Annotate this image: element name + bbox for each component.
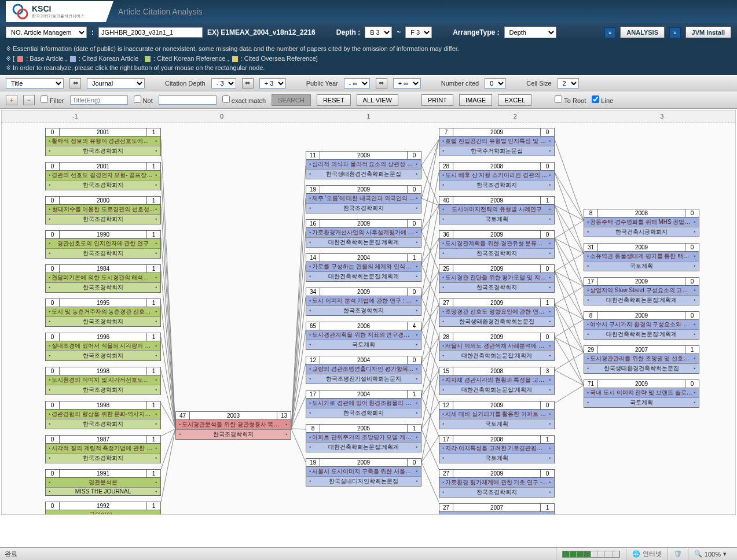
collapse-dot-icon[interactable]: ▪ (155, 182, 158, 187)
not-checkbox[interactable] (134, 95, 141, 103)
collapse-dot-icon[interactable]: ▪ (415, 332, 419, 337)
arrange-type-select[interactable]: Depth (504, 27, 556, 38)
article-id-input[interactable] (98, 27, 203, 38)
exact-checkbox-wrap[interactable]: exact match (222, 95, 266, 104)
collapse-dot-icon[interactable]: ▪ (155, 377, 158, 382)
toroot-checkbox[interactable] (555, 95, 562, 103)
collapse-dot-icon[interactable]: ▪ (693, 297, 696, 303)
not-checkbox-wrap[interactable]: Not (134, 95, 153, 104)
collapse-dot-icon[interactable]: ▪ (693, 229, 696, 234)
py-minus-select[interactable]: - ∞ (344, 78, 370, 89)
line-checkbox-wrap[interactable]: Line (592, 95, 613, 104)
citation-node[interactable]: 020001▪형태지수를 이용한 도로경관의 선호성...▪▪한국조경학회지▪ (45, 196, 161, 224)
collapse-dot-icon[interactable]: ▪ (548, 455, 552, 460)
collapse-dot-icon[interactable]: ▪ (548, 241, 552, 246)
collapse-dot-icon[interactable]: ▪ (415, 410, 419, 415)
collapse-dot-icon[interactable]: ▪ (155, 343, 158, 348)
depth-back-select[interactable]: B 3 (365, 27, 392, 38)
citation-node[interactable]: 1920090▪제주 '오름'에 대한 내국인과 외국인의 경...▪▪한국조경… (306, 185, 421, 213)
collapse-dot-icon[interactable]: ▪ (155, 241, 158, 246)
citation-node[interactable]: 019841▪견달미기론에 의한 도시경관의 해석이론...▪▪한국조경학회지▪ (45, 264, 161, 293)
collapse-dot-icon[interactable]: ▪ (548, 182, 552, 187)
collapse-dot-icon[interactable]: ▪ (693, 390, 696, 395)
collapse-dot-icon[interactable]: ▪ (155, 480, 158, 485)
canvas-scroll[interactable]: -1 0 1 2 3 020011▪활락적 정보의 유형이 경관선호도에미치..… (1, 110, 736, 515)
collapse-dot-icon[interactable]: ▪ (548, 216, 552, 222)
citation-node[interactable]: 4020091▪도시이미지전략의 유형별 사례연구▪▪국토계획▪ (439, 196, 555, 224)
collapse-dot-icon[interactable]: ▪ (155, 207, 158, 212)
collapse-dot-icon[interactable]: ▪ (155, 387, 158, 392)
collapse-dot-icon[interactable]: ▪ (155, 411, 158, 417)
citation-node[interactable]: 019961▪실내조경에 있어서 식물의 시각량이 시...▪▪한국조경학회지▪ (45, 333, 161, 361)
citation-node[interactable]: 019951▪도시 및 농촌거주자의 농촌경관 선호도에...▪▪한국조경학회지… (45, 299, 161, 327)
citation-node[interactable]: 2820090▪서울시 여의도 경관색채 사례분석에 관한 연▪▪대한건축학회논… (439, 333, 555, 361)
citation-node[interactable]: 019901▪경관선호도의 인지인자에 관한 연구▪▪한국조경학회지▪ (45, 230, 161, 259)
citation-node[interactable]: 3620090▪도시경관계획을 위한 경관유형 분류기준...▪▪한국조경학회지… (439, 230, 555, 259)
analysis-arrow-button[interactable]: » (604, 27, 616, 38)
collapse-dot-icon[interactable]: ▪ (415, 342, 419, 347)
collapse-dot-icon[interactable]: ▪ (415, 308, 419, 313)
collapse-dot-icon[interactable]: ▪ (548, 172, 552, 178)
swap-icon-2[interactable]: ⇔ (242, 78, 254, 89)
citation-node[interactable]: 1920090▪서울시 도시이미지 구축을 위한 서울시 재...▪▪한국실내디… (306, 458, 421, 487)
collapse-dot-icon[interactable]: ▪ (155, 353, 158, 358)
collapse-dot-icon[interactable]: ▪ (693, 366, 696, 371)
jvm-arrow-button[interactable]: » (669, 27, 681, 38)
collapse-dot-icon[interactable]: ▪ (548, 319, 552, 324)
swap-icon-3[interactable]: ⇔ (376, 78, 387, 89)
citation-node[interactable]: 820080▪공동주택 경수명화를 위해 MHS 공법이...▪▪한국건축시공학… (584, 209, 699, 237)
citation-node[interactable]: 3120090▪소유역권 동물생태계 평가를 통한 택지...▪▪국토계획▪ (584, 243, 699, 271)
reset-button[interactable]: RESET (317, 94, 351, 106)
collapse-dot-icon[interactable]: ▪ (155, 512, 158, 515)
collapse-dot-icon[interactable]: ▪ (693, 219, 696, 224)
collapse-dot-icon[interactable]: ▪ (548, 489, 552, 495)
collapse-dot-icon[interactable]: ▪ (693, 322, 696, 327)
plus-icon[interactable]: + (6, 95, 17, 105)
collapse-dot-icon[interactable]: ▪ (155, 489, 158, 494)
collapse-dot-icon[interactable]: ▪ (415, 171, 419, 176)
collapse-dot-icon[interactable]: ▪ (285, 432, 288, 437)
collapse-dot-icon[interactable]: ▪ (155, 421, 158, 426)
citation-node[interactable]: 2920071▪도시경관관리를 위한 조망권 및 선호특성...▪▪한국생태환경… (584, 345, 699, 374)
collapse-dot-icon[interactable]: ▪ (548, 148, 552, 153)
cd-plus-select[interactable]: + 3 (259, 78, 286, 89)
collapse-dot-icon[interactable]: ▪ (415, 376, 419, 381)
collapse-dot-icon[interactable]: ▪ (548, 207, 552, 212)
citation-node[interactable]: 020011▪활락적 정보의 유형이 경관선호도에미치...▪▪한국조경학회지▪ (45, 128, 161, 156)
citation-node[interactable]: 1620090▪가로환경개선사업의 사후설계평가에 관한...▪▪대한건축학회논… (306, 219, 421, 248)
cs-select[interactable]: 2 (558, 78, 579, 89)
citation-node[interactable]: 019921▪국의이이...▪▪▪ (45, 502, 161, 515)
citation-node[interactable]: 2720090▪가로환경 평가체계에 관한 기초 연구 - 거...▪▪한국조경… (439, 469, 555, 498)
collapse-dot-icon[interactable]: ▪ (548, 411, 552, 417)
collapse-dot-icon[interactable]: ▪ (155, 445, 158, 451)
allview-button[interactable]: ALL VIEW (357, 94, 398, 106)
search-button[interactable]: SEARCH (272, 94, 311, 106)
collapse-dot-icon[interactable]: ▪ (285, 422, 288, 427)
collapse-dot-icon[interactable]: ▪ (155, 275, 158, 280)
analysis-button[interactable]: ANALYSIS (620, 27, 665, 38)
query-input[interactable] (159, 95, 217, 105)
collapse-dot-icon[interactable]: ▪ (415, 274, 419, 279)
citation-node[interactable]: 1220090▪시세 대비 실거리가를 활용한 아파트 호별...▪▪국토계획▪ (439, 401, 555, 429)
citation-node[interactable]: 019871▪시각적 질의 계량적 측정기법에 관한 연구...▪▪한국조경학회… (45, 435, 161, 463)
collapse-dot-icon[interactable]: ▪ (155, 455, 158, 460)
collapse-dot-icon[interactable]: ▪ (415, 444, 419, 450)
collapse-dot-icon[interactable]: ▪ (548, 309, 552, 314)
collapse-dot-icon[interactable]: ▪ (415, 469, 419, 474)
minus-icon[interactable]: − (23, 95, 35, 105)
py-plus-select[interactable]: + ∞ (393, 78, 421, 89)
collapse-dot-icon[interactable]: ▪ (693, 253, 696, 259)
citation-node[interactable]: 1720081▪지각·이치특성을 고려한 가로경관평가에...▪▪국토계획▪ (439, 435, 555, 463)
collapse-dot-icon[interactable]: ▪ (415, 298, 419, 303)
line-checkbox[interactable] (592, 95, 599, 103)
toroot-checkbox-wrap[interactable]: To Root (555, 95, 586, 104)
citation-node[interactable]: 720090▪호텔 진입공간의 유형별 인지특성 및 이...▪▪한국주거학회논… (439, 128, 555, 156)
citation-node[interactable]: 019911▪경관분석론▪▪MISS THE JOURNAL▪ (45, 469, 161, 496)
collapse-dot-icon[interactable]: ▪ (415, 400, 419, 406)
collapse-dot-icon[interactable]: ▪ (548, 513, 552, 515)
filter-checkbox[interactable] (41, 95, 48, 103)
collapse-dot-icon[interactable]: ▪ (415, 478, 419, 484)
print-button[interactable]: PRINT (421, 94, 453, 106)
citation-node[interactable]: 1220040▪교량의 경관조명연출디자인 평가항목 도...▪▪한국조명전기설… (306, 356, 421, 384)
collapse-dot-icon[interactable]: ▪ (155, 138, 158, 143)
